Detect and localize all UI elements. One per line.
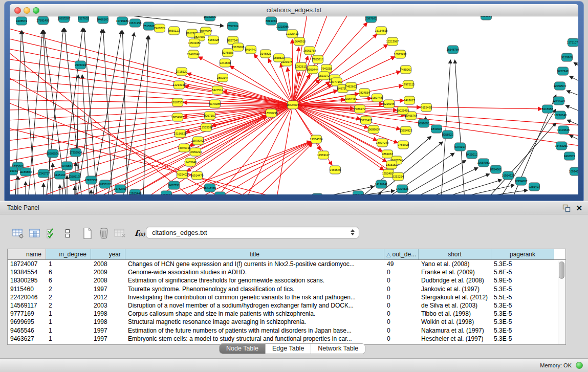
cell-name[interactable]: 9699695 bbox=[8, 318, 46, 326]
cell-title[interactable]: Investigating the contribution of common… bbox=[125, 293, 384, 301]
cell-out_degree[interactable]: 0 bbox=[384, 310, 419, 318]
cell-short[interactable]: Stergiakouli et al. (2012) bbox=[419, 293, 491, 301]
cell-year[interactable]: 1997 bbox=[91, 285, 125, 293]
cell-year[interactable]: 1998 bbox=[91, 310, 125, 318]
zoom-window-button[interactable] bbox=[33, 7, 39, 14]
cell-title[interactable]: Embryonic stem cells: a model to study s… bbox=[125, 335, 384, 343]
column-header-title[interactable]: title bbox=[125, 249, 384, 259]
cell-title[interactable]: Estimation of the future numbers of pati… bbox=[125, 326, 384, 335]
cell-name[interactable]: 18300295 bbox=[8, 276, 46, 285]
cell-year[interactable]: 2008 bbox=[91, 276, 125, 285]
cell-short[interactable]: Nakamura et al. (1997) bbox=[419, 326, 491, 335]
cell-year[interactable]: 2003 bbox=[91, 301, 125, 310]
float-panel-icon[interactable] bbox=[562, 204, 571, 212]
close-panel-icon[interactable]: ✕ bbox=[576, 202, 582, 214]
create-column-button[interactable] bbox=[80, 227, 94, 240]
cell-title[interactable]: Structural magnetic resonance image aver… bbox=[125, 318, 384, 326]
cell-year[interactable]: 1997 bbox=[91, 326, 125, 335]
table-row[interactable]: 977716911998Corpus callosum shape and si… bbox=[8, 310, 565, 318]
cell-out_degree[interactable]: 0 bbox=[384, 301, 419, 310]
table-scrollbar[interactable] bbox=[558, 260, 565, 344]
table-row[interactable]: 2242004622012Investigating the contribut… bbox=[8, 293, 565, 301]
graph-node[interactable] bbox=[312, 193, 323, 194]
close-window-button[interactable] bbox=[14, 7, 21, 14]
table-row[interactable]: 969969511998Structural magnetic resonanc… bbox=[8, 318, 565, 326]
cell-in_degree[interactable]: 1 bbox=[46, 260, 91, 268]
scrollbar-thumb[interactable] bbox=[559, 261, 564, 279]
minimize-window-button[interactable] bbox=[24, 7, 30, 14]
selection-filter-button[interactable] bbox=[44, 227, 58, 240]
cell-out_degree[interactable]: 0 bbox=[384, 326, 419, 335]
cell-out_degree[interactable]: 0 bbox=[384, 293, 419, 301]
cell-in_degree[interactable]: 2 bbox=[46, 285, 91, 293]
cell-out_degree[interactable]: 0 bbox=[384, 335, 419, 343]
column-header-name[interactable]: name bbox=[8, 249, 46, 259]
cell-pagerank[interactable]: 5.5E-5 bbox=[491, 293, 554, 301]
table-chooser-dropdown[interactable]: citations_edges.txt bbox=[146, 227, 359, 238]
cell-short[interactable]: Yano et al. (2008) bbox=[419, 260, 491, 268]
cell-out_degree[interactable]: 0 bbox=[384, 268, 419, 276]
cell-year[interactable]: 1998 bbox=[91, 318, 125, 326]
cell-short[interactable]: Dudbridge et al. (2008) bbox=[419, 276, 491, 285]
cell-name[interactable]: 9777169 bbox=[8, 310, 46, 318]
cell-title[interactable]: Corpus callosum shape and size in male p… bbox=[125, 310, 384, 318]
table-row[interactable]: 1872400712008Changes of HCN gene express… bbox=[8, 260, 565, 268]
cell-name[interactable]: 9115460 bbox=[8, 285, 46, 293]
cell-pagerank[interactable]: 5.6E-5 bbox=[491, 268, 554, 276]
cell-short[interactable]: Hescheler et al. (1997) bbox=[419, 335, 491, 343]
column-chooser-button[interactable] bbox=[28, 227, 41, 240]
cell-in_degree[interactable]: 2 bbox=[46, 301, 91, 310]
cell-out_degree[interactable]: 0 bbox=[384, 318, 419, 326]
delete-table-button[interactable] bbox=[113, 227, 127, 240]
cell-short[interactable]: Tibbo et al. (1998) bbox=[419, 310, 491, 318]
tab-network-table[interactable]: Network Table bbox=[311, 344, 365, 354]
cell-year[interactable]: 2008 bbox=[91, 260, 125, 268]
cell-out_degree[interactable]: 0 bbox=[384, 276, 419, 285]
row-height-button[interactable] bbox=[60, 227, 74, 240]
cell-pagerank[interactable]: 5.3E-5 bbox=[491, 260, 554, 268]
column-header-in_degree[interactable]: in_degree bbox=[46, 249, 91, 259]
cell-in_degree[interactable]: 1 bbox=[46, 310, 91, 318]
cell-title[interactable]: Estimation of significance thresholds fo… bbox=[125, 276, 384, 285]
column-header-year[interactable]: year bbox=[91, 249, 125, 259]
column-header-out_degree[interactable]: △out_de... bbox=[384, 249, 419, 259]
cell-pagerank[interactable]: 5.3E-5 bbox=[491, 326, 554, 335]
cell-out_degree[interactable]: 0 bbox=[384, 285, 419, 293]
table-row[interactable]: 946554611997Estimation of the future num… bbox=[8, 326, 565, 335]
cell-title[interactable]: Tourette syndrome. Phenomenology and cla… bbox=[125, 285, 384, 293]
cell-short[interactable]: Wolkin et al. (1998) bbox=[419, 318, 491, 326]
column-header-pagerank[interactable]: pagerank bbox=[491, 249, 554, 259]
table-row[interactable]: 946362711997Embryonic stem cells: a mode… bbox=[8, 335, 565, 343]
cell-in_degree[interactable]: 1 bbox=[46, 335, 91, 343]
tab-edge-table[interactable]: Edge Table bbox=[265, 344, 311, 354]
network-canvas[interactable]: 9405571276914061065328715276029466160107… bbox=[10, 16, 578, 194]
table-row[interactable]: 1938455462009Genome-wide association stu… bbox=[8, 268, 565, 276]
cell-name[interactable]: 22420046 bbox=[8, 293, 46, 301]
tab-node-table[interactable]: Node Table bbox=[220, 344, 265, 354]
cell-pagerank[interactable]: 5.9E-5 bbox=[491, 276, 554, 285]
cell-title[interactable]: Disruption of a novel member of a sodium… bbox=[125, 301, 384, 310]
cell-name[interactable]: 19384554 bbox=[8, 268, 46, 276]
function-builder-button[interactable]: f(x) bbox=[133, 227, 147, 240]
cell-name[interactable]: 9465546 bbox=[8, 326, 46, 335]
cell-year[interactable]: 2012 bbox=[91, 293, 125, 301]
cell-out_degree[interactable]: 49 bbox=[384, 260, 419, 268]
cell-year[interactable]: 2009 bbox=[91, 268, 125, 276]
network-window-titlebar[interactable]: citations_edges.txt bbox=[10, 4, 578, 16]
cell-pagerank[interactable]: 5.3E-5 bbox=[491, 301, 554, 310]
table-row[interactable]: 911546021997Tourette syndrome. Phenomeno… bbox=[8, 285, 565, 293]
cell-title[interactable]: Genome-wide association studies in ADHD. bbox=[125, 268, 384, 276]
citation-graph[interactable]: 9405571276914061065328715276029466160107… bbox=[10, 16, 578, 194]
cell-name[interactable]: 18724007 bbox=[8, 260, 46, 268]
cell-pagerank[interactable]: 5.3E-5 bbox=[491, 318, 554, 326]
cell-in_degree[interactable]: 6 bbox=[46, 276, 91, 285]
table-settings-button[interactable] bbox=[11, 227, 25, 240]
table-panel-titlebar[interactable]: Table Panel ✕ bbox=[0, 201, 588, 214]
cell-pagerank[interactable]: 5.3E-5 bbox=[491, 310, 554, 318]
cell-short[interactable]: de Silva et al. (2003) bbox=[419, 301, 491, 310]
table-row[interactable]: 1830029562008Estimation of significance … bbox=[8, 276, 565, 285]
cell-title[interactable]: Changes of HCN gene expression and I(f) … bbox=[125, 260, 384, 268]
column-header-short[interactable]: short bbox=[419, 249, 491, 259]
cell-in_degree[interactable]: 2 bbox=[46, 293, 91, 301]
cell-name[interactable]: 9463627 bbox=[8, 335, 46, 343]
